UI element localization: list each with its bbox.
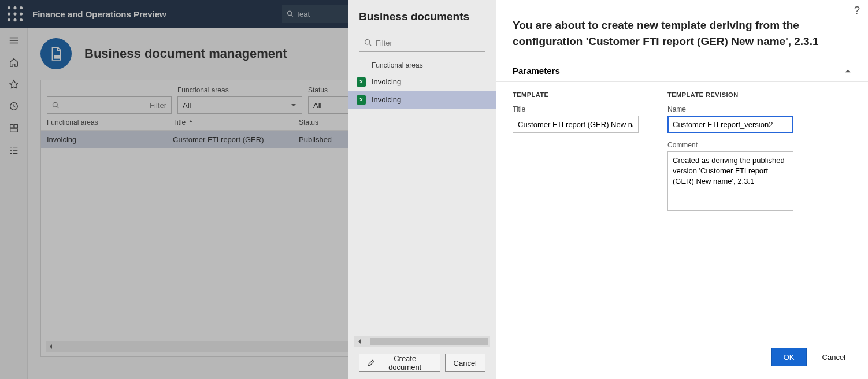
business-documents-filter[interactable]: Filter <box>359 34 485 52</box>
cancel-button[interactable]: Cancel <box>445 354 485 372</box>
revision-group-label: TEMPLATE REVISION <box>667 91 793 98</box>
name-input[interactable] <box>667 116 793 133</box>
search-icon <box>364 39 372 47</box>
business-documents-filter-placeholder: Filter <box>376 39 392 47</box>
ok-button[interactable]: OK <box>771 348 807 366</box>
business-documents-col-header: Functional areas <box>348 57 496 73</box>
template-group-label: TEMPLATE <box>513 91 639 98</box>
scroll-left-icon[interactable] <box>354 336 365 347</box>
name-label: Name <box>667 105 793 113</box>
template-group: TEMPLATE Title <box>513 91 639 213</box>
title-label: Title <box>513 105 639 113</box>
cancel-button[interactable]: Cancel <box>813 348 855 366</box>
list-item-label: Invoicing <box>372 95 401 104</box>
parameters-heading: You are about to create new template der… <box>496 0 868 60</box>
create-document-label: Create document <box>379 354 432 371</box>
parameters-body: TEMPLATE Title TEMPLATE REVISION Name Co… <box>496 82 868 222</box>
business-documents-panel: Business documents Filter Functional are… <box>348 0 496 379</box>
revision-group: TEMPLATE REVISION Name Comment <box>667 91 793 213</box>
excel-icon: X <box>357 77 366 87</box>
chevron-up-icon <box>844 67 852 75</box>
business-documents-scrollbar[interactable] <box>354 336 490 347</box>
comment-label: Comment <box>667 141 793 149</box>
list-item[interactable]: XInvoicing <box>348 73 496 91</box>
pencil-icon <box>368 359 375 367</box>
parameters-panel: ? You are about to create new template d… <box>496 0 868 379</box>
list-item-label: Invoicing <box>372 77 401 86</box>
excel-icon: X <box>357 95 366 105</box>
parameters-section-title: Parameters <box>513 66 560 76</box>
parameters-section-header[interactable]: Parameters <box>496 60 868 82</box>
title-input[interactable] <box>513 116 639 133</box>
help-icon[interactable]: ? <box>854 5 860 17</box>
list-item[interactable]: XInvoicing <box>348 91 496 109</box>
scrollbar-thumb[interactable] <box>370 338 488 345</box>
comment-textarea[interactable] <box>667 151 793 211</box>
cancel-label: Cancel <box>454 359 477 367</box>
business-documents-heading: Business documents <box>348 10 496 34</box>
create-document-button[interactable]: Create document <box>359 354 440 372</box>
